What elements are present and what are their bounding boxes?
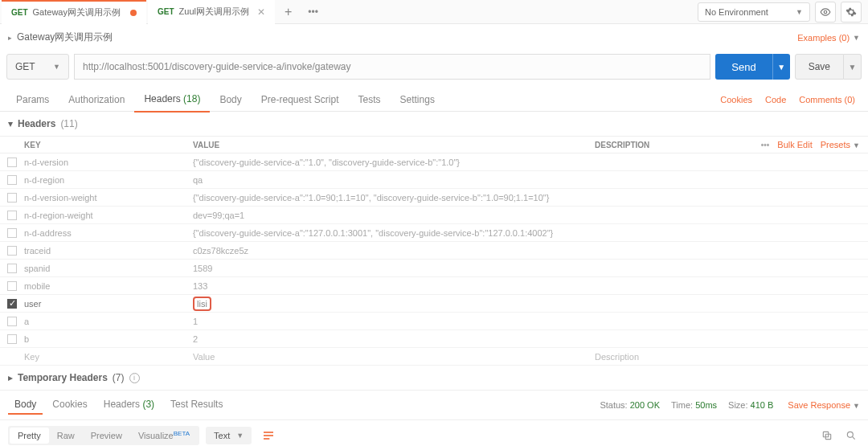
save-response-dropdown[interactable]: Save Response ▼ xyxy=(788,400,860,410)
header-value[interactable]: qa xyxy=(193,175,595,185)
close-icon[interactable]: ✕ xyxy=(257,6,265,18)
header-key[interactable]: n-d-version xyxy=(24,158,193,167)
send-dropdown[interactable]: ▼ xyxy=(772,54,790,80)
copy-button[interactable] xyxy=(818,427,836,444)
examples-dropdown[interactable]: Examples (0) ▼ xyxy=(797,33,860,43)
header-key[interactable]: b xyxy=(24,334,193,344)
header-key[interactable]: mobile xyxy=(24,281,193,291)
headers-empty-row[interactable]: Key Value Description xyxy=(0,348,868,366)
header-value[interactable]: {"discovery-guide-service-a":"1.0", "dis… xyxy=(193,158,595,167)
tab-gateway-example[interactable]: GET Gateway网关调用示例 xyxy=(2,0,146,24)
settings-button[interactable] xyxy=(841,2,862,23)
checkbox[interactable] xyxy=(7,246,17,256)
checkbox[interactable] xyxy=(7,299,17,309)
more-icon[interactable]: ••• xyxy=(761,141,770,149)
seg-preview[interactable]: Preview xyxy=(83,428,130,444)
checkbox[interactable] xyxy=(7,281,17,291)
checkbox[interactable] xyxy=(7,175,17,185)
checkbox[interactable] xyxy=(7,317,17,326)
tab-menu-button[interactable]: ••• xyxy=(301,2,325,23)
temp-headers-row[interactable]: ▸ Temporary Headers (7) i xyxy=(0,366,868,391)
tab-zuul-example[interactable]: GET Zuul网关调用示例 ✕ xyxy=(148,0,275,24)
checkbox[interactable] xyxy=(7,211,17,220)
header-value[interactable]: 1 xyxy=(193,317,595,326)
tab-prerequest[interactable]: Pre-request Script xyxy=(252,88,349,112)
bulk-edit-link[interactable]: Bulk Edit xyxy=(777,140,812,149)
send-button[interactable]: Send xyxy=(715,54,772,80)
tab-headers[interactable]: Headers (18) xyxy=(134,87,210,113)
method-dropdown[interactable]: GET ▼ xyxy=(6,54,69,80)
header-row[interactable]: n-d-regionqa xyxy=(0,171,868,189)
environment-dropdown[interactable]: No Environment ▼ xyxy=(698,2,810,22)
search-button[interactable] xyxy=(842,427,860,444)
checkbox[interactable] xyxy=(7,264,17,273)
header-value[interactable]: 133 xyxy=(193,281,595,291)
header-key[interactable]: n-d-address xyxy=(24,228,193,238)
header-value[interactable]: dev=99;qa=1 xyxy=(193,211,595,220)
presets-dropdown[interactable]: Presets ▼ xyxy=(821,140,860,149)
resp-tab-cookies[interactable]: Cookies xyxy=(46,395,93,415)
header-row[interactable]: mobile133 xyxy=(0,277,868,295)
header-row[interactable]: a1 xyxy=(0,313,868,330)
checkbox[interactable] xyxy=(7,334,17,344)
seg-pretty[interactable]: Pretty xyxy=(10,428,49,444)
header-key[interactable]: n-d-region xyxy=(24,175,193,185)
cookies-link[interactable]: Cookies xyxy=(714,88,759,111)
header-value[interactable]: lisi xyxy=(193,297,595,311)
info-icon[interactable]: i xyxy=(129,373,140,383)
header-row[interactable]: n-d-region-weightdev=99;qa=1 xyxy=(0,207,868,224)
wrap-lines-button[interactable] xyxy=(258,425,279,446)
seg-raw[interactable]: Raw xyxy=(49,428,83,444)
expand-toggle: ▾ xyxy=(8,118,13,129)
modified-dot xyxy=(130,10,137,16)
save-button[interactable]: Save xyxy=(795,54,844,80)
url-input[interactable] xyxy=(74,54,710,80)
header-row[interactable]: traceidc0zs78kcze5z xyxy=(0,242,868,260)
header-value[interactable]: {"discovery-guide-service-a":"127.0.0.1:… xyxy=(193,228,595,238)
header-key[interactable]: spanid xyxy=(24,264,193,273)
add-tab-button[interactable]: + xyxy=(276,0,300,24)
save-dropdown[interactable]: ▼ xyxy=(844,54,862,80)
header-row[interactable]: b2 xyxy=(0,330,868,348)
key-placeholder[interactable]: Key xyxy=(24,352,193,362)
chevron-down-icon: ▼ xyxy=(796,8,803,16)
header-key[interactable]: n-d-version-weight xyxy=(24,193,193,203)
header-key[interactable]: n-d-region-weight xyxy=(24,211,193,220)
environment-quicklook-button[interactable] xyxy=(815,2,836,23)
header-value[interactable]: 2 xyxy=(193,334,595,344)
expand-toggle[interactable]: ▸ xyxy=(8,34,12,42)
header-row[interactable]: spanid1589 xyxy=(0,260,868,277)
header-key[interactable]: a xyxy=(24,317,193,326)
title-left: ▸ Gateway网关调用示例 xyxy=(8,31,113,44)
resp-tab-tests[interactable]: Test Results xyxy=(164,395,229,415)
checkbox[interactable] xyxy=(7,193,17,203)
seg-visualize[interactable]: VisualizeBETA xyxy=(130,428,198,444)
header-key[interactable]: traceid xyxy=(24,246,193,256)
headers-section-title[interactable]: ▾ Headers (11) xyxy=(0,112,868,136)
tab-authorization[interactable]: Authorization xyxy=(59,88,134,112)
checkbox[interactable] xyxy=(7,228,17,238)
code-link[interactable]: Code xyxy=(759,88,792,111)
checkbox[interactable] xyxy=(7,158,17,167)
resp-tab-headers[interactable]: Headers (3) xyxy=(97,395,161,415)
header-row[interactable]: n-d-version{"discovery-guide-service-a":… xyxy=(0,153,868,171)
value-highlight: lisi xyxy=(193,297,211,311)
header-row[interactable]: n-d-address{"discovery-guide-service-a":… xyxy=(0,224,868,242)
header-value[interactable]: c0zs78kcze5z xyxy=(193,246,595,256)
tab-body[interactable]: Body xyxy=(210,88,251,112)
tab-tests[interactable]: Tests xyxy=(349,88,391,112)
header-key[interactable]: user xyxy=(24,299,193,309)
desc-placeholder[interactable]: Description xyxy=(595,352,868,362)
tab-params[interactable]: Params xyxy=(6,88,59,112)
chevron-down-icon: ▼ xyxy=(53,63,60,71)
header-value[interactable]: {"discovery-guide-service-a":"1.0=90;1.1… xyxy=(193,193,595,203)
method-label: GET xyxy=(15,61,35,72)
header-value[interactable]: 1589 xyxy=(193,264,595,273)
value-placeholder[interactable]: Value xyxy=(193,352,595,362)
language-dropdown[interactable]: Text ▼ xyxy=(206,427,252,444)
header-row[interactable]: n-d-version-weight{"discovery-guide-serv… xyxy=(0,189,868,207)
comments-link[interactable]: Comments (0) xyxy=(792,88,862,111)
tab-settings[interactable]: Settings xyxy=(391,88,444,112)
resp-tab-body[interactable]: Body xyxy=(8,395,43,415)
header-row[interactable]: userlisi xyxy=(0,295,868,313)
